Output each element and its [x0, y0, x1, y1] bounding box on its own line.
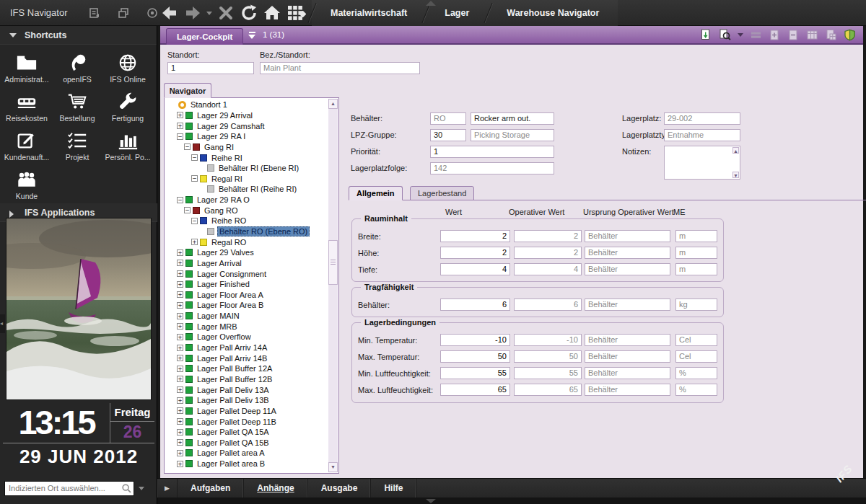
shortcut-openifs[interactable]: openIFS — [53, 48, 101, 87]
expand-icon[interactable]: + — [177, 345, 183, 351]
expand-icon[interactable]: + — [177, 260, 183, 266]
bottombar-button-anhnge[interactable]: Anhänge — [244, 479, 307, 498]
expand-icon[interactable]: + — [177, 323, 183, 330]
operativer-wert-field[interactable]: 65 — [514, 384, 582, 396]
behaelter-desc-field[interactable]: Rocker arm out. — [471, 112, 554, 125]
notizen-scroll-up-icon[interactable]: ▲ — [732, 147, 739, 154]
tree-item[interactable]: +Lager Pall Arriv 14A — [165, 342, 328, 353]
tree-node-label[interactable]: Behälter RO (Ebene RO) — [217, 226, 310, 236]
refresh-icon[interactable] — [240, 4, 258, 22]
tree-node-label[interactable]: Lager MAIN — [196, 311, 241, 320]
tree-item[interactable]: +Lager 29 Valves — [165, 247, 328, 258]
notizen-field[interactable] — [664, 146, 740, 180]
ursprung-field[interactable]: Behälter — [585, 263, 670, 275]
tree-node-label[interactable]: Lager Floor Area B — [196, 301, 265, 309]
collapse-icon[interactable]: − — [177, 197, 183, 203]
tree-node-label[interactable]: Lager Pall Deliv 13A — [196, 386, 271, 394]
collapse-icon[interactable]: − — [184, 207, 191, 213]
tree-node-label[interactable]: Behälter RI (Reihe RI) — [217, 185, 298, 193]
ursprung-field[interactable]: Behälter — [585, 299, 670, 311]
expand-icon[interactable]: + — [177, 270, 183, 277]
tree-node-label[interactable]: Reihe RO — [210, 216, 248, 225]
tree-node-label[interactable]: Gang RO — [203, 206, 239, 215]
shortcut-fertigung[interactable]: Fertigung — [104, 87, 152, 125]
back-icon[interactable] — [160, 4, 179, 22]
tree-item[interactable]: +Lager Pall Buffer 12B — [165, 374, 328, 385]
lagerplatz-field[interactable]: 29-002 — [664, 112, 740, 125]
tree-node-label[interactable]: Lager 29 Valves — [196, 248, 255, 257]
tree-item[interactable]: +Lager Arrival — [165, 258, 328, 269]
report-icon[interactable] — [825, 29, 837, 41]
expand-icon[interactable]: + — [177, 249, 183, 256]
ursprung-field[interactable]: Behälter — [585, 247, 670, 259]
tree-item[interactable]: +Lager Pallet area B — [165, 459, 328, 469]
wert-field[interactable]: 4 — [440, 263, 510, 275]
bottombar-expand-icon[interactable]: ▶ — [157, 479, 178, 498]
tree-item[interactable]: −Regal RI — [165, 173, 328, 184]
tree-node-label[interactable]: Lager Pall Buffer 12A — [196, 364, 274, 373]
collapse-icon[interactable]: − — [177, 133, 183, 140]
shortcut-ifs-online[interactable]: IFS Online — [104, 48, 152, 87]
ursprung-field[interactable]: Behälter — [585, 230, 670, 242]
tree-node-label[interactable]: Lager 29 RA I — [196, 132, 247, 141]
tree-item[interactable]: −Gang RO — [165, 205, 328, 216]
me-field[interactable]: Cel — [675, 350, 717, 363]
tree-item[interactable]: +Lager MAIN — [165, 311, 328, 322]
operativer-wert-field[interactable]: 2 — [514, 247, 582, 259]
expand-icon[interactable]: + — [177, 313, 183, 319]
tree-item[interactable]: +Lager Floor Area B — [165, 300, 328, 311]
shortcut-kundenauft-[interactable]: Kundenauft... — [3, 125, 51, 164]
tree-item[interactable]: +Lager Pallet Deep 11B — [165, 416, 328, 427]
tree-item[interactable]: +Lager Pall Deliv 13A — [165, 384, 328, 395]
module-tab-warehouse-navigator[interactable]: Warehouse Navigator — [488, 0, 618, 26]
tree-item[interactable]: +Lager Pallet QA 15B — [165, 438, 328, 448]
collapse-icon[interactable]: − — [184, 143, 191, 150]
behaelter-code-field[interactable]: RO — [430, 112, 466, 125]
cockpit-tab[interactable]: Lager-Cockpit — [166, 28, 243, 45]
sidebar-collapse-handle[interactable]: ◂ — [0, 314, 5, 333]
collapse-icon[interactable]: − — [191, 218, 198, 224]
ursprung-field[interactable]: Behälter — [585, 334, 670, 346]
expand-icon[interactable]: + — [177, 450, 183, 456]
tree-node-label[interactable]: Lager Pall Arriv 14B — [196, 354, 268, 363]
tree-item[interactable]: −Lager 29 RA I — [165, 131, 328, 142]
notizen-scroll-down-icon[interactable]: ▼ — [732, 172, 739, 178]
bottombar-button-hilfe[interactable]: Hilfe — [371, 479, 416, 498]
scroll-up-icon[interactable]: ▲ — [328, 99, 338, 109]
tree-item[interactable]: −Reihe RO — [165, 216, 328, 226]
operativer-wert-field[interactable]: 4 — [514, 263, 582, 275]
search-dropdown-icon[interactable] — [139, 487, 144, 490]
wert-field[interactable]: 65 — [440, 384, 510, 396]
expand-icon[interactable]: + — [177, 461, 183, 467]
collapse-icon[interactable]: − — [191, 154, 198, 161]
record-icon[interactable] — [146, 6, 159, 19]
scrollbar-thumb[interactable] — [328, 240, 338, 285]
tree-item[interactable]: −Reihe RI — [165, 152, 328, 163]
search-doc-icon[interactable] — [719, 29, 731, 41]
tree-node-label[interactable]: Lager Consignment — [196, 270, 268, 278]
tree-node-label[interactable]: Lager Pall Arriv 14A — [196, 343, 268, 352]
wert-field[interactable]: -10 — [440, 334, 510, 346]
tree-node-label[interactable]: Lager 29 RA O — [196, 195, 251, 204]
shortcuts-header[interactable]: Shortcuts — [0, 26, 157, 45]
me-field[interactable]: m — [675, 247, 717, 259]
remove-doc-icon[interactable] — [787, 29, 800, 41]
wert-field[interactable]: 55 — [440, 367, 510, 379]
shortcut-reisekosten[interactable]: Reisekosten — [3, 87, 51, 125]
tree-node-label[interactable]: Lager Pallet area B — [196, 459, 266, 468]
bottombar-button-ausgabe[interactable]: Ausgabe — [308, 479, 372, 498]
bottombar-button-aufgaben[interactable]: Aufgaben — [178, 479, 244, 498]
expand-icon[interactable]: + — [177, 397, 183, 404]
wert-field[interactable]: 2 — [440, 247, 510, 259]
ursprung-field[interactable]: Behälter — [585, 350, 670, 363]
wert-field[interactable]: 50 — [440, 350, 510, 363]
tree-node-label[interactable]: Lager Pallet QA 15A — [196, 428, 271, 436]
me-field[interactable]: kg — [675, 299, 717, 311]
export-icon[interactable] — [700, 29, 712, 41]
tree-node-label[interactable]: Lager Pall Buffer 12B — [196, 375, 274, 384]
expand-icon[interactable]: + — [177, 123, 183, 129]
expand-icon[interactable]: + — [177, 334, 183, 340]
add-doc-icon[interactable] — [769, 29, 781, 41]
bookmark-shield-icon[interactable] — [844, 29, 856, 41]
shortcut-administrat-[interactable]: Administrat... — [3, 48, 51, 87]
